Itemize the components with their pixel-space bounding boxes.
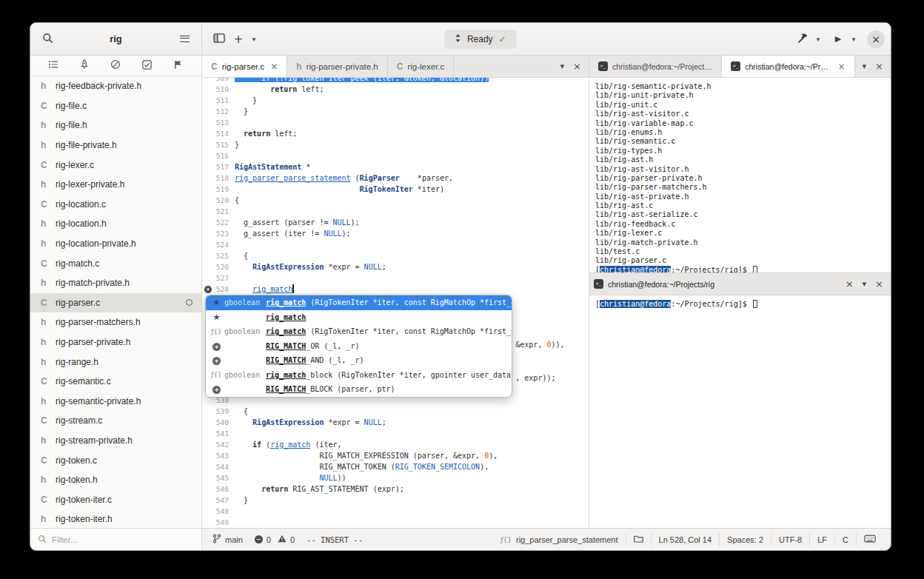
code-line: 524: [202, 239, 589, 250]
tab-close-icon[interactable]: ×: [846, 278, 854, 290]
terminal-tab[interactable]: >_christian@fedora:~/Projects/rig: [589, 56, 722, 77]
build-dropdown[interactable]: ▾: [812, 30, 824, 49]
cursor-position[interactable]: Ln 528, Col 14: [651, 533, 720, 546]
code-token: g_assert (iter !=: [235, 230, 324, 238]
file-row[interactable]: Crig-stream.c: [30, 411, 201, 431]
indentation-setting[interactable]: Spaces: 2: [719, 533, 771, 546]
code-editor[interactable]: 509 if (!rig_token_iter_peek (iter, &tok…: [202, 78, 589, 528]
terminal-panel-close[interactable]: ×: [875, 61, 883, 72]
run-button[interactable]: ▶: [828, 30, 848, 49]
macro-icon: +: [212, 357, 221, 365]
file-row[interactable]: hrig-stream-private.h: [30, 431, 201, 451]
window-close-button[interactable]: ×: [867, 30, 885, 48]
editor-tab[interactable]: Crig-lexer.c: [388, 56, 455, 77]
completion-item[interactable]: +RIG_MATCH_BLOCK (parser, ptr): [206, 382, 512, 397]
completion-item[interactable]: +RIG_MATCH_OR (_l, _r): [206, 339, 512, 354]
line-number: 543: [202, 450, 235, 461]
menu-button[interactable]: [175, 30, 194, 49]
branch-indicator[interactable]: main: [212, 534, 243, 545]
completion-item[interactable]: ★gbooleanrig_match (RigTokenIter *iter, …: [206, 295, 512, 310]
sidebar-tool-todo[interactable]: [138, 58, 156, 74]
line-number: 510: [202, 84, 235, 95]
file-row[interactable]: Crig-token.c: [30, 450, 201, 470]
new-document-button[interactable]: +: [229, 30, 248, 49]
terminal-panel-close[interactable]: ×: [875, 278, 883, 290]
sidebar-tool-build-pipeline[interactable]: [76, 58, 93, 74]
new-document-dropdown[interactable]: ▾: [248, 30, 260, 49]
file-row[interactable]: hrig-file-private.h: [30, 135, 201, 155]
file-row[interactable]: Crig-lexer.c: [30, 155, 201, 175]
completion-item[interactable]: ★rig_match: [206, 310, 512, 325]
sidebar-tool-diagnostics[interactable]: [107, 58, 124, 74]
terminal-output-line: lib/rig-parser-private.h: [595, 174, 885, 183]
editor-tab[interactable]: hrig-parser-private.h: [287, 56, 388, 77]
project-folder-button[interactable]: [626, 533, 651, 546]
no-entry-icon: [110, 59, 121, 72]
editor-close-button[interactable]: ×: [573, 61, 581, 72]
file-row[interactable]: hrig-file.h: [30, 116, 201, 135]
completion-item[interactable]: ƒ{}gbooleanrig_match_block (RigTokenIter…: [206, 368, 512, 383]
file-type-icon: h: [41, 179, 56, 190]
keyboard-button[interactable]: [856, 533, 883, 546]
code-token: ),: [480, 463, 489, 471]
editor-tabbar: Crig-parser.c×hrig-parser-private.hCrig-…: [202, 56, 589, 78]
file-row[interactable]: hrig-match-private.h: [30, 273, 201, 293]
file-type-icon: h: [41, 81, 56, 91]
completion-item[interactable]: ƒ{}gbooleanrig_match (RigTokenIter *iter…: [206, 324, 512, 339]
file-row[interactable]: hrig-parser-private.h: [30, 332, 201, 352]
file-row[interactable]: Crig-location.c: [30, 195, 201, 215]
file-name: rig-range.h: [56, 357, 98, 367]
run-dropdown[interactable]: ▾: [848, 30, 860, 49]
file-row[interactable]: hrig-range.h: [30, 352, 201, 372]
file-row[interactable]: hrig-token-iter.h: [30, 509, 201, 528]
code-token: [235, 185, 360, 193]
build-button[interactable]: [793, 30, 812, 49]
file-row[interactable]: Crig-token-iter.c: [30, 489, 201, 509]
language-setting[interactable]: C: [834, 533, 856, 546]
tab-close-icon[interactable]: ×: [838, 62, 846, 71]
file-row[interactable]: hrig-semantic-private.h: [30, 392, 201, 412]
search-button[interactable]: [38, 30, 57, 49]
line-number: 545: [202, 472, 235, 483]
line-ending-setting[interactable]: LF: [809, 533, 834, 546]
file-row[interactable]: hrig-location.h: [30, 214, 201, 234]
file-row[interactable]: Crig-match.c: [30, 253, 201, 273]
panel-toggle-button[interactable]: [210, 30, 229, 49]
file-row[interactable]: Crig-semantic.c: [30, 372, 201, 392]
file-row[interactable]: hrig-lexer-private.h: [30, 175, 201, 195]
current-symbol[interactable]: ƒ{} rig_parser_parse_statement: [493, 533, 625, 546]
file-name: rig-location-private.h: [56, 238, 136, 249]
code-line: 546 return RIG_AST_STATEMENT (expr);: [202, 483, 589, 495]
terminal-tab[interactable]: >_christian@fedora:~/Projects×: [722, 56, 854, 77]
file-row[interactable]: hrig-token.h: [30, 470, 201, 490]
file-row[interactable]: Crig-file.c: [30, 96, 201, 116]
tab-close-icon[interactable]: ×: [270, 62, 278, 71]
line-number: 521: [202, 206, 235, 217]
line-number-text: 540: [216, 418, 229, 426]
diagnostics-summary[interactable]: − 0 0: [255, 535, 295, 544]
line-number-text: 543: [216, 452, 229, 460]
code-line: 544 RIG_MATCH_TOKEN (RIG_TOKEN_SEMICOLON…: [202, 461, 589, 472]
editor-tab-list-dropdown[interactable]: ▾: [560, 61, 565, 71]
terminal-bottom-content[interactable]: [christian@fedora:~/Projects/rig]$: [589, 295, 891, 528]
line-number: 514: [202, 128, 235, 139]
terminal-bottom-tab[interactable]: >_ christian@fedora:~/Projects/rig: [589, 273, 719, 295]
terminal-top-content[interactable]: lib/rig-semantic-private.hlib/rig-unit-p…: [589, 78, 891, 272]
terminal-tab-dropdown[interactable]: ▾: [863, 61, 867, 71]
file-row[interactable]: Crig-parser.c: [30, 293, 201, 313]
completion-item[interactable]: +RIG_MATCH_AND (_l, _r): [206, 353, 512, 368]
sidebar-tool-project-tree[interactable]: [44, 58, 62, 74]
file-row[interactable]: hrig-parser-matchers.h: [30, 312, 201, 332]
matched-text: rig_match: [266, 298, 306, 307]
code-line: 509 if (!rig_token_iter_peek (iter, &tok…: [202, 78, 589, 84]
encoding-setting[interactable]: UTF-8: [771, 533, 809, 546]
file-row[interactable]: hrig-location-private.h: [30, 234, 201, 254]
file-row[interactable]: hrig-feedback-private.h: [30, 76, 201, 96]
omnibar-button[interactable]: Ready ✓: [444, 30, 517, 49]
sidebar-tool-flags[interactable]: [170, 58, 187, 74]
filter-input[interactable]: [52, 535, 163, 544]
terminal-tab-dropdown[interactable]: ▾: [863, 279, 867, 289]
editor-tab[interactable]: Crig-parser.c×: [202, 56, 287, 77]
code-line: 543 RIG_MATCH_EXPRESSION (parser, &expr,…: [202, 450, 589, 461]
code-text: rig_parser_parse_statement (RigParser *p…: [235, 173, 453, 184]
